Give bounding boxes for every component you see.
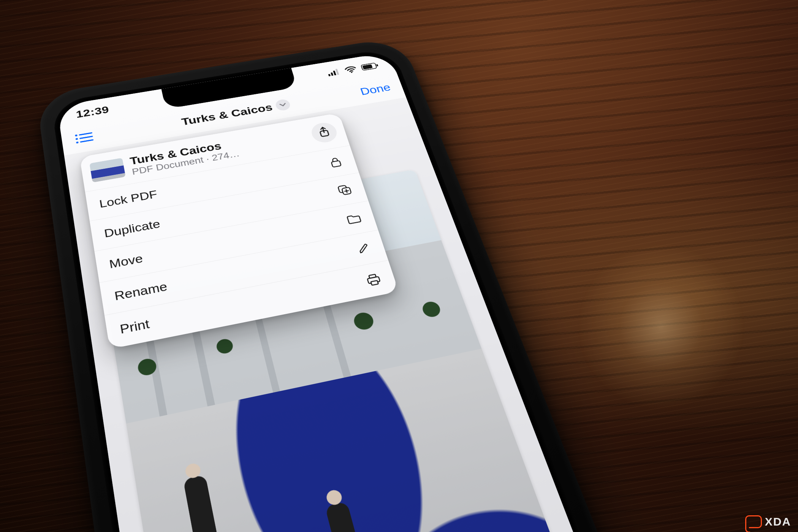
svg-point-10: [76, 141, 79, 144]
share-button[interactable]: [309, 121, 339, 144]
pencil-icon: [353, 242, 374, 256]
svg-rect-14: [320, 130, 329, 137]
svg-rect-0: [328, 74, 331, 76]
chevron-down-icon: [274, 98, 291, 111]
status-time: 12:39: [75, 104, 110, 120]
share-icon: [317, 126, 332, 139]
svg-rect-2: [333, 71, 336, 76]
printer-icon: [363, 272, 384, 287]
svg-rect-7: [362, 64, 372, 70]
status-indicators: [327, 62, 380, 77]
duplicate-icon: [334, 183, 355, 197]
svg-point-9: [76, 138, 78, 140]
svg-line-12: [80, 136, 92, 138]
iphone-body: 12:39: [36, 36, 736, 532]
markup-list-button[interactable]: [74, 131, 94, 146]
watermark-text: XDA: [765, 515, 791, 528]
folder-icon: [344, 212, 364, 225]
svg-rect-6: [376, 64, 378, 66]
iphone-screen: 12:39: [57, 52, 698, 532]
action-label: Duplicate: [103, 217, 162, 240]
action-label: Lock PDF: [98, 188, 158, 211]
battery-icon: [361, 62, 380, 71]
photo-scene: 12:39: [0, 0, 798, 532]
svg-line-13: [81, 140, 93, 142]
xda-logo-icon: [749, 515, 762, 528]
lock-icon: [326, 155, 345, 169]
watermark: XDA: [749, 515, 791, 528]
svg-point-8: [75, 135, 78, 137]
wifi-icon: [344, 65, 358, 74]
action-label: Print: [119, 317, 150, 337]
svg-line-11: [80, 133, 92, 135]
action-label: Rename: [114, 280, 168, 303]
document-thumbnail: [89, 158, 125, 183]
svg-rect-22: [371, 280, 378, 285]
action-label: Move: [108, 252, 144, 271]
svg-point-4: [351, 71, 353, 73]
svg-rect-1: [331, 72, 333, 76]
cellular-icon: [327, 68, 341, 76]
iphone-bezel: 12:39: [51, 48, 709, 532]
done-button[interactable]: Done: [359, 82, 392, 98]
